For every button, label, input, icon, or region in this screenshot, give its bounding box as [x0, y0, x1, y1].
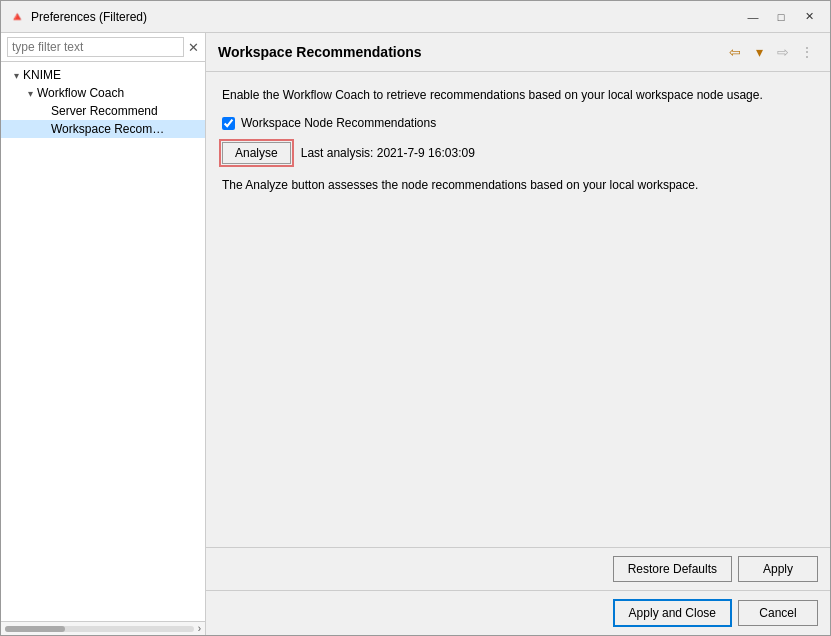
- tree-item-workspace-recom[interactable]: Workspace Recom…: [1, 120, 205, 138]
- tree-arrow-knime: ▾: [9, 70, 23, 81]
- tree-label-workspace-recom: Workspace Recom…: [51, 122, 164, 136]
- preferences-window: 🔺 Preferences (Filtered) — □ ✕ ✕ ▾ KNIME…: [0, 0, 831, 636]
- bottom-bar-2: Apply and Close Cancel: [206, 590, 830, 635]
- main-content: ✕ ▾ KNIME ▾ Workflow Coach Server Recomm…: [1, 33, 830, 635]
- close-button[interactable]: ✕: [796, 7, 822, 27]
- window-controls: — □ ✕: [740, 7, 822, 27]
- right-header: Workspace Recommendations ⇦ ▾ ⇨ ⋮: [206, 33, 830, 72]
- tree-arrow-workspace-recom: [37, 124, 51, 135]
- tree-item-server-recommend[interactable]: Server Recommend: [1, 102, 205, 120]
- checkbox-row: Workspace Node Recommendations: [222, 116, 814, 130]
- tree-label-workflow-coach: Workflow Coach: [37, 86, 124, 100]
- filter-bar: ✕: [1, 33, 205, 62]
- bottom-bar-1: Restore Defaults Apply: [206, 547, 830, 590]
- tree-label-server-recommend: Server Recommend: [51, 104, 158, 118]
- tree-item-workflow-coach[interactable]: ▾ Workflow Coach: [1, 84, 205, 102]
- titlebar: 🔺 Preferences (Filtered) — □ ✕: [1, 1, 830, 33]
- minimize-button[interactable]: —: [740, 7, 766, 27]
- left-panel: ✕ ▾ KNIME ▾ Workflow Coach Server Recomm…: [1, 33, 206, 635]
- apply-button[interactable]: Apply: [738, 556, 818, 582]
- tree-view: ▾ KNIME ▾ Workflow Coach Server Recommen…: [1, 62, 205, 621]
- help-text: The Analyze button assesses the node rec…: [222, 176, 814, 194]
- filter-input[interactable]: [7, 37, 184, 57]
- back-dropdown-button[interactable]: ▾: [748, 41, 770, 63]
- checkbox-label: Workspace Node Recommendations: [241, 116, 436, 130]
- right-toolbar: ⇦ ▾ ⇨ ⋮: [724, 41, 818, 63]
- workspace-node-recommendations-checkbox[interactable]: [222, 117, 235, 130]
- filter-clear-button[interactable]: ✕: [188, 41, 199, 54]
- tree-item-knime[interactable]: ▾ KNIME: [1, 66, 205, 84]
- tree-arrow-server-recommend: [37, 106, 51, 117]
- left-scrollbar[interactable]: ›: [1, 621, 205, 635]
- scroll-right-arrow[interactable]: ›: [198, 623, 201, 634]
- cancel-button[interactable]: Cancel: [738, 600, 818, 626]
- right-panel: Workspace Recommendations ⇦ ▾ ⇨ ⋮ Enable…: [206, 33, 830, 635]
- tree-arrow-workflow-coach: ▾: [23, 88, 37, 99]
- scrollbar-track[interactable]: [5, 626, 194, 632]
- analyse-button[interactable]: Analyse: [222, 142, 291, 164]
- analyse-row: Analyse Last analysis: 2021-7-9 16:03:09: [222, 142, 814, 164]
- restore-defaults-button[interactable]: Restore Defaults: [613, 556, 732, 582]
- right-content: Enable the Workflow Coach to retrieve re…: [206, 72, 830, 547]
- description-text: Enable the Workflow Coach to retrieve re…: [222, 86, 814, 104]
- tree-label-knime: KNIME: [23, 68, 61, 82]
- back-button[interactable]: ⇦: [724, 41, 746, 63]
- forward-button[interactable]: ⇨: [772, 41, 794, 63]
- scrollbar-thumb[interactable]: [5, 626, 65, 632]
- maximize-button[interactable]: □: [768, 7, 794, 27]
- app-icon: 🔺: [9, 9, 25, 25]
- apply-and-close-button[interactable]: Apply and Close: [613, 599, 732, 627]
- more-button[interactable]: ⋮: [796, 41, 818, 63]
- analyse-info: Last analysis: 2021-7-9 16:03:09: [301, 146, 475, 160]
- window-title: Preferences (Filtered): [31, 10, 740, 24]
- right-panel-title: Workspace Recommendations: [218, 44, 724, 60]
